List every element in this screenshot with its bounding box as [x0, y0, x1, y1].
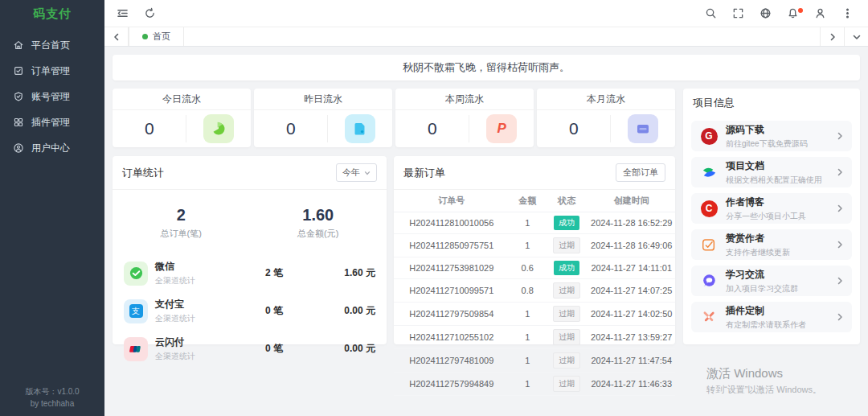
- project-item-author-blog[interactable]: C 作者博客 分享一些小项目小工具: [691, 193, 852, 224]
- project-item-title: 作者博客: [726, 196, 836, 209]
- chevron-right-icon: [836, 237, 844, 252]
- project-item-desc: 根据文档相关配置正确使用: [726, 175, 836, 186]
- tab-home[interactable]: 首页: [129, 27, 184, 46]
- order-status-cell: 过期: [546, 326, 588, 349]
- order-amount: 0.8: [510, 279, 547, 303]
- chevron-right-icon: [836, 274, 844, 288]
- project-item-learning-group[interactable]: 学习交流 加入项目学习交流群: [691, 266, 852, 296]
- total-amount-value: 1.60: [250, 206, 387, 224]
- pie-chart-icon: [203, 114, 234, 143]
- order-row: H2024112797509854 1 过期 2024-11-27 14:02:…: [394, 303, 675, 326]
- order-row: H2024112797481009 1 过期 2024-11-27 11:47:…: [394, 349, 675, 373]
- stat-body: 0: [113, 110, 251, 146]
- sidebar-item-label: 平台首页: [31, 39, 70, 52]
- total-orders-value: 2: [113, 206, 250, 224]
- search-icon[interactable]: [704, 7, 717, 20]
- fullscreen-icon[interactable]: [731, 7, 744, 20]
- stat-title: 本周流水: [395, 89, 534, 110]
- app-logo[interactable]: 码支付: [0, 0, 104, 27]
- total-amount-block: 1.60 总金额(元): [250, 206, 387, 240]
- project-item-text: 学习交流 加入项目学习交流群: [726, 268, 836, 294]
- sidebar-item-label: 用户中心: [31, 142, 70, 155]
- language-globe-icon[interactable]: [759, 7, 772, 20]
- page: 码支付 平台首页 订单管理 账号管理 插件管理 用户中心: [0, 0, 868, 416]
- channel-text: 支付宝 全渠道统计: [155, 298, 229, 324]
- order-stats-panel: 订单统计 今年 2 总订单(笔): [113, 156, 387, 344]
- version-number: 版本号：v1.0.0: [0, 385, 104, 397]
- col-created: 创建时间: [588, 190, 676, 212]
- project-item-plugin-custom[interactable]: 插件定制 有定制需求请联系作者: [691, 302, 852, 332]
- order-created: 2024-11-27 14:07:25: [588, 279, 676, 303]
- sidebar-menu: 平台首页 订单管理 账号管理 插件管理 用户中心: [0, 32, 104, 161]
- channel-desc: 全渠道统计: [155, 351, 229, 362]
- tab-bar: 首页: [104, 27, 868, 47]
- latest-orders-header: 最新订单 全部订单: [394, 156, 675, 190]
- orders-table: 订单号 金额 状态 创建时间 H202411281: [394, 190, 675, 396]
- quote-text: 秋阴不散霜飞晚，留得枯荷听雨声。: [403, 60, 570, 75]
- tabs-scroll-left-icon[interactable]: [104, 27, 129, 46]
- stat-card-yesterday: 昨日流水 0: [254, 89, 392, 147]
- channel-amount: 1.60 元: [319, 266, 375, 280]
- project-item-desc: 支持作者继续更新: [726, 247, 836, 258]
- watermark-subtitle: 转到“设置”以激活 Windows。: [706, 384, 821, 396]
- project-item-text: 插件定制 有定制需求请联系作者: [726, 304, 836, 331]
- stat-value: 0: [537, 119, 610, 138]
- channel-list: 微信 全渠道统计 2 笔 1.60 元 支: [113, 251, 387, 368]
- order-amount: 1: [510, 326, 547, 349]
- order-no: H2024112797481009: [394, 349, 510, 373]
- stat-title: 今日流水: [113, 89, 251, 110]
- order-status-cell: 过期: [546, 373, 588, 396]
- order-created: 2024-11-28 16:52:29: [588, 212, 676, 234]
- channel-unionpay: 云闪付 全渠道统计 0 笔 0.00 元: [124, 330, 375, 368]
- all-orders-button[interactable]: 全部订单: [616, 163, 665, 182]
- period-select[interactable]: 今年: [336, 163, 377, 182]
- tools-icon: [699, 307, 719, 327]
- more-options-icon[interactable]: [841, 7, 854, 20]
- main-area: 首页 秋阴不散霜飞晚，留得枯荷听雨声。 今日流水: [104, 0, 868, 416]
- project-item-text: 项目文档 根据文档相关配置正确使用: [726, 159, 836, 186]
- order-no: H2024112710255102: [394, 326, 510, 349]
- order-status-cell: 过期: [546, 234, 588, 257]
- paypal-icon: P: [486, 114, 517, 143]
- order-created: 2024-11-27 13:59:27: [588, 326, 676, 349]
- stat-body: 0: [254, 110, 392, 146]
- sidebar-item-label: 插件管理: [31, 116, 70, 130]
- order-totals: 2 总订单(笔) 1.60 总金额(元): [113, 190, 387, 251]
- notifications-bell-icon[interactable]: [786, 7, 799, 20]
- sidebar-item-plugins[interactable]: 插件管理: [0, 109, 104, 135]
- channel-count: 2 笔: [229, 266, 319, 280]
- project-item-source-download[interactable]: G 源码下载 前往gitee下载免费源码: [691, 121, 852, 151]
- tabs-menu-chevron-down-icon[interactable]: [844, 27, 868, 46]
- sidebar-item-home[interactable]: 平台首页: [0, 32, 104, 58]
- total-orders-label: 总订单(笔): [113, 228, 250, 240]
- like-icon: [699, 235, 719, 254]
- status-badge: 成功: [554, 261, 579, 275]
- project-item-docs[interactable]: 项目文档 根据文档相关配置正确使用: [691, 157, 852, 187]
- project-item-desc: 分享一些小项目小工具: [726, 211, 836, 222]
- user-profile-icon[interactable]: [813, 7, 826, 20]
- order-status-cell: 过期: [546, 349, 588, 373]
- stat-body: 0 P: [395, 110, 534, 146]
- order-row: H2024112753981029 0.6 成功 2024-11-27 14:1…: [394, 257, 675, 279]
- panel-title: 订单统计: [122, 166, 164, 180]
- project-item-title: 插件定制: [726, 304, 836, 318]
- project-item-sponsor[interactable]: 赞赏作者 支持作者继续更新: [691, 229, 852, 260]
- chevron-right-icon: [836, 201, 844, 216]
- unionpay-icon: [124, 337, 148, 361]
- status-badge: 过期: [553, 237, 580, 253]
- project-item-desc: 有定制需求请联系作者: [726, 319, 836, 331]
- sidebar-item-orders[interactable]: 订单管理: [0, 58, 104, 84]
- order-no: H2024112810010056: [394, 212, 510, 234]
- stat-value: 0: [254, 119, 327, 138]
- refresh-icon[interactable]: [143, 7, 156, 20]
- tabs-scroll-right-icon[interactable]: [820, 27, 844, 46]
- collapse-sidebar-icon[interactable]: [116, 7, 129, 20]
- order-amount: 1: [510, 349, 547, 373]
- sidebar-item-accounts[interactable]: 账号管理: [0, 84, 104, 109]
- wechat-icon: [124, 262, 148, 286]
- project-info-panel: 项目信息 G 源码下载 前往gitee下载免费源码: [683, 89, 860, 344]
- alipay-icon: 支: [124, 299, 148, 323]
- channel-name: 微信: [155, 260, 229, 274]
- sidebar-item-user-center[interactable]: 用户中心: [0, 135, 104, 161]
- col-amount: 金额: [510, 190, 547, 212]
